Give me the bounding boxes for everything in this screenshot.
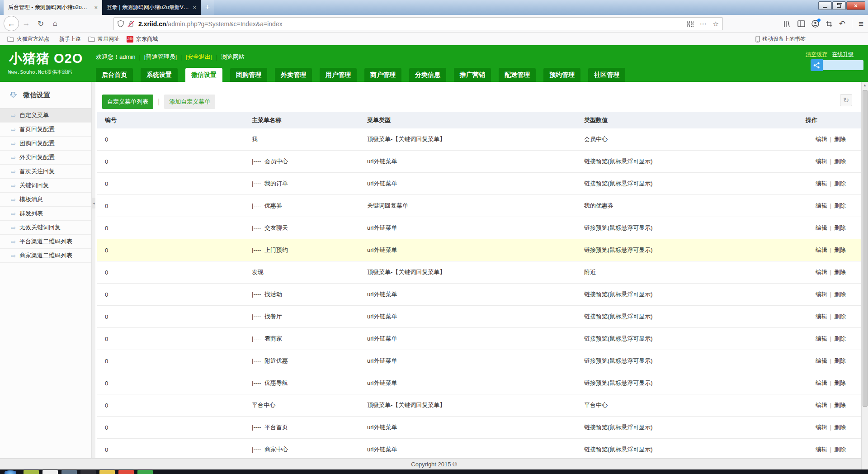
delete-link[interactable]: 删除: [834, 402, 846, 408]
browser-tab[interactable]: 登录 | 亲测源码网小猪o2o最新V2.8 ×: [102, 0, 201, 15]
sidebar-item[interactable]: ⇨ 自定义菜单: [0, 109, 91, 123]
nav-tab-外卖管理[interactable]: 外卖管理: [275, 68, 312, 82]
taskbar-item[interactable]: [24, 470, 39, 474]
scroll-up-arrow-icon[interactable]: ▲: [862, 82, 868, 89]
taskbar-item[interactable]: [118, 470, 134, 474]
link-preview[interactable]: 链接预览(鼠标悬浮可显示): [576, 173, 798, 195]
link-preview[interactable]: 链接预览(鼠标悬浮可显示): [576, 239, 798, 261]
insecure-connection-icon[interactable]: [127, 20, 135, 27]
link-preview[interactable]: 链接预览(鼠标悬浮可显示): [576, 350, 798, 372]
bookmark-item[interactable]: 新手上路: [57, 35, 81, 43]
nav-tab-系统设置[interactable]: 系统设置: [141, 68, 178, 82]
url-bar[interactable]: 2.xriid.cn/admin.php?g=System&c=Index&a=…: [113, 17, 723, 30]
delete-link[interactable]: 删除: [834, 313, 846, 320]
taskbar-item[interactable]: [61, 470, 77, 474]
logout-link[interactable]: [安全退出]: [185, 53, 212, 61]
browser-tab[interactable]: 后台管理 - 亲测源码网小猪o2o最新 ×: [4, 0, 102, 15]
link-preview[interactable]: 链接预览(鼠标悬浮可显示): [576, 372, 798, 394]
online-upgrade-link[interactable]: 在线升级: [832, 51, 854, 58]
delete-link[interactable]: 删除: [834, 136, 846, 142]
vertical-scrollbar[interactable]: ▲: [861, 82, 868, 469]
menu-icon[interactable]: ≡: [859, 19, 863, 29]
edit-link[interactable]: 编辑: [816, 180, 827, 187]
window-minimize-button[interactable]: [818, 1, 832, 10]
taskbar-item[interactable]: [99, 470, 115, 474]
new-tab-button[interactable]: +: [201, 0, 214, 15]
undo-icon[interactable]: ↶: [839, 19, 845, 28]
sidebar-item[interactable]: ⇨ 模板消息: [0, 193, 91, 207]
delete-link[interactable]: 删除: [834, 180, 846, 187]
taskbar-item[interactable]: [137, 470, 153, 474]
forward-button[interactable]: →: [19, 16, 33, 31]
sidebar-item[interactable]: ⇨ 群发列表: [0, 207, 91, 221]
delete-link[interactable]: 删除: [834, 446, 846, 453]
bookmark-item[interactable]: 常用网址: [88, 35, 119, 43]
delete-link[interactable]: 删除: [834, 202, 846, 209]
sidebar-item[interactable]: ⇨ 关键词回复: [0, 179, 91, 193]
url-text[interactable]: 2.xriid.cn/admin.php?g=System&c=Index&a=…: [138, 20, 687, 28]
edit-link[interactable]: 编辑: [816, 424, 827, 431]
sidebar-item[interactable]: ⇨ 团购回复配置: [0, 137, 91, 151]
share-toolbar-strip[interactable]: [823, 60, 863, 70]
home-button[interactable]: ⌂: [48, 16, 62, 31]
sidebar-item[interactable]: ⇨ 首次关注回复: [0, 165, 91, 179]
page-actions-icon[interactable]: ⋯: [700, 20, 707, 28]
sidebars-icon[interactable]: [797, 20, 805, 27]
window-restore-button[interactable]: [832, 1, 846, 10]
delete-link[interactable]: 删除: [834, 246, 846, 253]
sidebar-item[interactable]: ⇨ 商家渠道二维码列表: [0, 249, 91, 263]
nav-tab-配送管理[interactable]: 配送管理: [499, 68, 536, 82]
edit-link[interactable]: 编辑: [816, 158, 827, 165]
scrollbar-thumb[interactable]: [863, 90, 868, 407]
link-preview[interactable]: 链接预览(鼠标悬浮可显示): [576, 439, 798, 461]
reload-button[interactable]: ↻: [33, 16, 48, 31]
taskbar-item[interactable]: [42, 470, 58, 474]
nav-tab-微信设置[interactable]: 微信设置: [185, 68, 222, 82]
sidebar-item[interactable]: ⇨ 平台渠道二维码列表: [0, 235, 91, 249]
nav-tab-商户管理[interactable]: 商户管理: [364, 68, 401, 82]
edit-link[interactable]: 编辑: [816, 357, 827, 364]
tab-close-icon[interactable]: ×: [94, 4, 98, 11]
edit-link[interactable]: 编辑: [816, 313, 827, 320]
nav-tab-团购管理[interactable]: 团购管理: [230, 68, 267, 82]
delete-link[interactable]: 删除: [834, 357, 846, 364]
edit-link[interactable]: 编辑: [816, 136, 827, 142]
qr-code-icon[interactable]: [687, 21, 693, 27]
nav-tab-分类信息[interactable]: 分类信息: [409, 68, 446, 82]
sidebar-item[interactable]: ⇨ 首页回复配置: [0, 123, 91, 137]
link-preview[interactable]: 链接预览(鼠标悬浮可显示): [576, 151, 798, 173]
start-button[interactable]: [5, 470, 16, 474]
bookmark-item[interactable]: 火狐官方站点: [7, 35, 49, 43]
edit-link[interactable]: 编辑: [816, 379, 827, 386]
nav-tab-后台首页[interactable]: 后台首页: [96, 68, 133, 82]
delete-link[interactable]: 删除: [834, 379, 846, 386]
window-close-button[interactable]: ×: [846, 1, 865, 10]
edit-link[interactable]: 编辑: [816, 224, 827, 231]
bookmark-star-icon[interactable]: ☆: [713, 20, 719, 28]
delete-link[interactable]: 删除: [834, 291, 846, 298]
library-icon[interactable]: [783, 20, 791, 28]
edit-link[interactable]: 编辑: [816, 246, 827, 253]
tracking-shield-icon[interactable]: [118, 20, 124, 27]
account-icon[interactable]: [811, 20, 819, 28]
nav-tab-预约管理[interactable]: 预约管理: [543, 68, 580, 82]
nav-tab-推广营销[interactable]: 推广营销: [454, 68, 491, 82]
custom-menu-list-button[interactable]: 自定义菜单列表: [102, 95, 153, 109]
refresh-button[interactable]: ↻: [840, 94, 852, 106]
link-preview[interactable]: 链接预览(鼠标悬浮可显示): [576, 306, 798, 328]
edit-link[interactable]: 编辑: [816, 402, 827, 408]
sidebar-item[interactable]: ⇨ 无效关键词回复: [0, 221, 91, 235]
taskbar-item[interactable]: [80, 470, 96, 474]
delete-link[interactable]: 删除: [834, 335, 846, 342]
delete-link[interactable]: 删除: [834, 424, 846, 431]
clear-cache-link[interactable]: 清空缓存: [806, 51, 827, 58]
nav-tab-社区管理[interactable]: 社区管理: [588, 68, 625, 82]
link-preview[interactable]: 链接预览(鼠标悬浮可显示): [576, 217, 798, 239]
sidebar-group-wechat-settings[interactable]: 微信设置: [0, 82, 91, 109]
link-preview[interactable]: 链接预览(鼠标悬浮可显示): [576, 284, 798, 306]
browse-site-link[interactable]: 浏览网站: [221, 53, 245, 61]
sidebar-item[interactable]: ⇨ 外卖回复配置: [0, 151, 91, 165]
edit-link[interactable]: 编辑: [816, 269, 827, 275]
delete-link[interactable]: 删除: [834, 269, 846, 275]
edit-link[interactable]: 编辑: [816, 291, 827, 298]
